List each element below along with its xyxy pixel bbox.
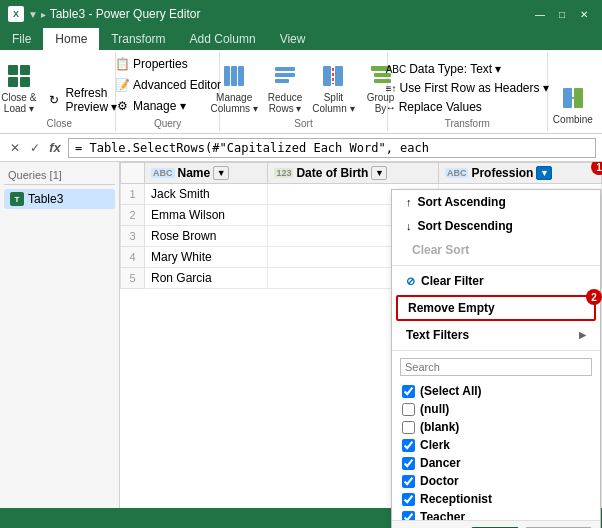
sort-ascending-item[interactable]: ↑ Sort Ascending bbox=[392, 190, 600, 214]
advanced-editor-icon: 📝 bbox=[114, 77, 130, 93]
manage-columns-icon bbox=[218, 60, 250, 92]
close-button[interactable]: ✕ bbox=[574, 6, 594, 22]
combine-label: Combine bbox=[553, 114, 593, 125]
checkbox-receptionist-label: Receptionist bbox=[420, 492, 492, 506]
manage-label: Manage ▾ bbox=[133, 99, 186, 113]
dropdown-list: (Select All) (null) (blank) bbox=[392, 380, 600, 520]
row-num-1: 1 bbox=[121, 184, 145, 205]
checkbox-doctor[interactable]: Doctor bbox=[400, 472, 592, 490]
data-type-icon: ABC bbox=[386, 64, 407, 75]
checkbox-select-all-input[interactable] bbox=[402, 385, 415, 398]
filter-badge: 1 bbox=[591, 162, 602, 175]
checkbox-clerk-label: Clerk bbox=[420, 438, 450, 452]
manage-columns-button[interactable]: ManageColumns ▾ bbox=[207, 58, 262, 116]
col-profession-label: Profession bbox=[471, 166, 533, 180]
formula-input[interactable] bbox=[68, 138, 596, 158]
ribbon-group-close: Close &Load ▾ ↻ RefreshPreview ▾ Close bbox=[4, 52, 116, 131]
checkbox-teacher[interactable]: Teacher bbox=[400, 508, 592, 520]
sort-descending-item[interactable]: ↓ Sort Descending bbox=[392, 214, 600, 238]
use-first-row-icon: ≡↑ bbox=[386, 83, 397, 94]
checkbox-clerk-input[interactable] bbox=[402, 439, 415, 452]
ribbon-group-combine: Combine bbox=[548, 52, 598, 131]
checkbox-blank[interactable]: (blank) bbox=[400, 418, 592, 436]
svg-rect-11 bbox=[335, 66, 343, 86]
svg-rect-7 bbox=[275, 67, 295, 71]
checkbox-receptionist[interactable]: Receptionist bbox=[400, 490, 592, 508]
formula-confirm-icon[interactable]: ✓ bbox=[26, 139, 44, 157]
manage-columns-label: ManageColumns ▾ bbox=[211, 92, 258, 114]
use-first-row-button[interactable]: ≡↑ Use First Row as Headers ▾ bbox=[382, 79, 553, 97]
checkbox-blank-input[interactable] bbox=[402, 421, 415, 434]
formula-icons: ✕ ✓ fx bbox=[6, 139, 64, 157]
col-header-name[interactable]: ABC Name ▼ bbox=[145, 163, 268, 184]
split-column-label: SplitColumn ▾ bbox=[312, 92, 354, 114]
queries-header: Queries [1] bbox=[4, 166, 115, 185]
tab-view[interactable]: View bbox=[268, 28, 318, 50]
ribbon-tabs: File Home Transform Add Column View bbox=[0, 28, 602, 50]
text-filters-item[interactable]: Text Filters bbox=[392, 323, 600, 347]
window-title: Table3 - Power Query Editor bbox=[50, 7, 201, 21]
row-name-1: Jack Smith bbox=[145, 184, 268, 205]
tab-add-column[interactable]: Add Column bbox=[178, 28, 268, 50]
checkbox-null-input[interactable] bbox=[402, 403, 415, 416]
split-column-icon bbox=[317, 60, 349, 92]
dob-filter-button[interactable]: ▼ bbox=[371, 166, 387, 180]
col-header-dob[interactable]: 123 Date of Birth ▼ bbox=[268, 163, 439, 184]
checkbox-select-all[interactable]: (Select All) bbox=[400, 382, 592, 400]
checkbox-null[interactable]: (null) bbox=[400, 400, 592, 418]
checkbox-doctor-label: Doctor bbox=[420, 474, 459, 488]
sort-ascending-label: Sort Ascending bbox=[418, 195, 506, 209]
formula-cancel-icon[interactable]: ✕ bbox=[6, 139, 24, 157]
row-name-4: Mary White bbox=[145, 247, 268, 268]
dropdown-search bbox=[392, 354, 600, 380]
clear-sort-label: Clear Sort bbox=[412, 243, 469, 257]
clear-filter-item[interactable]: ⊘ Clear Filter bbox=[392, 269, 600, 293]
tab-transform[interactable]: Transform bbox=[99, 28, 177, 50]
row-name-5: Ron Garcia bbox=[145, 268, 268, 289]
tab-home[interactable]: Home bbox=[43, 28, 99, 50]
query-item-label: Table3 bbox=[28, 192, 63, 206]
svg-rect-17 bbox=[574, 88, 583, 108]
ribbon-group-query: 📋 Properties 📝 Advanced Editor ⚙ Manage … bbox=[116, 52, 221, 131]
data-type-button[interactable]: ABC Data Type: Text ▾ bbox=[382, 60, 553, 78]
data-type-label: Data Type: Text ▾ bbox=[409, 62, 501, 76]
dropdown-search-input[interactable] bbox=[400, 358, 592, 376]
remove-empty-item[interactable]: Remove Empty 2 bbox=[396, 295, 596, 321]
tab-file[interactable]: File bbox=[0, 28, 43, 50]
reduce-rows-icon bbox=[269, 60, 301, 92]
replace-values-button[interactable]: ↔ Replace Values bbox=[382, 98, 553, 116]
checkbox-doctor-input[interactable] bbox=[402, 475, 415, 488]
checkbox-null-label: (null) bbox=[420, 402, 449, 416]
reduce-rows-button[interactable]: ReduceRows ▾ bbox=[264, 58, 306, 116]
checkbox-clerk[interactable]: Clerk bbox=[400, 436, 592, 454]
maximize-button[interactable]: □ bbox=[552, 6, 572, 22]
checkbox-dancer-input[interactable] bbox=[402, 457, 415, 470]
properties-icon: 📋 bbox=[114, 56, 130, 72]
minimize-button[interactable]: — bbox=[530, 6, 550, 22]
profession-filter-button[interactable]: ▼ bbox=[536, 166, 552, 180]
checkbox-receptionist-input[interactable] bbox=[402, 493, 415, 506]
svg-rect-8 bbox=[275, 73, 295, 77]
transform-group-label: Transform bbox=[445, 118, 490, 129]
ribbon-content: Close &Load ▾ ↻ RefreshPreview ▾ Close 📋… bbox=[0, 50, 602, 133]
col-dob-label: Date of Birth bbox=[296, 166, 368, 180]
svg-rect-3 bbox=[20, 77, 30, 87]
close-load-button[interactable]: Close &Load ▾ bbox=[0, 58, 40, 116]
svg-rect-2 bbox=[8, 77, 18, 87]
data-table: ABC Name ▼ 123 Date of Birth ▼ bbox=[120, 162, 602, 289]
row-num-5: 5 bbox=[121, 268, 145, 289]
query-item-table3[interactable]: T Table3 bbox=[4, 189, 115, 209]
formula-bar: ✕ ✓ fx bbox=[0, 134, 602, 162]
checkbox-dancer[interactable]: Dancer bbox=[400, 454, 592, 472]
checkbox-teacher-input[interactable] bbox=[402, 511, 415, 521]
remove-empty-container: Remove Empty 2 bbox=[392, 293, 600, 323]
col-header-profession[interactable]: ABC Profession ▼ 1 ↑ Sort Ascending bbox=[438, 163, 601, 184]
combine-icon bbox=[557, 82, 589, 114]
name-filter-button[interactable]: ▼ bbox=[213, 166, 229, 180]
ribbon: File Home Transform Add Column View Clos… bbox=[0, 28, 602, 134]
query-item-icon: T bbox=[10, 192, 24, 206]
split-column-button[interactable]: SplitColumn ▾ bbox=[308, 58, 358, 116]
row-name-2: Emma Wilson bbox=[145, 205, 268, 226]
combine-button[interactable]: Combine bbox=[549, 80, 597, 127]
ribbon-group-sort: ManageColumns ▾ ReduceRows ▾ SplitColumn… bbox=[220, 52, 387, 131]
